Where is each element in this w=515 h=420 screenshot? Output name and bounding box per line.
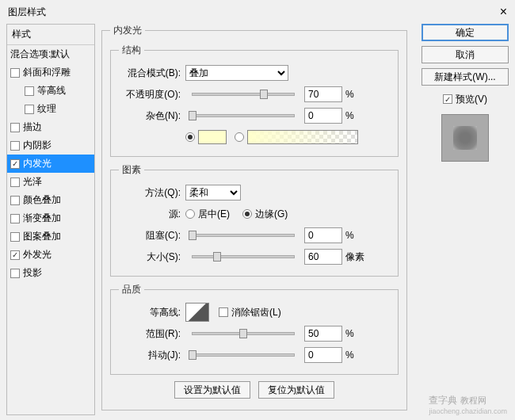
sidebar-checkbox-10[interactable] — [10, 250, 20, 260]
sidebar-label-7: 颜色叠加 — [23, 193, 61, 207]
opacity-label: 不透明度(O): — [119, 88, 181, 101]
set-default-button[interactable]: 设置为默认值 — [174, 381, 250, 399]
size-slider[interactable] — [192, 255, 295, 258]
sidebar-label-1: 等高线 — [37, 84, 66, 97]
source-edge-radio[interactable] — [242, 209, 252, 219]
sidebar-checkbox-1[interactable] — [25, 86, 34, 96]
gradient-swatch[interactable] — [247, 130, 358, 144]
sidebar-label-0: 斜面和浮雕 — [23, 66, 71, 79]
sidebar-label-9: 图案叠加 — [23, 230, 61, 243]
color-swatch[interactable] — [198, 130, 227, 144]
choke-label: 阻塞(C): — [119, 229, 181, 242]
range-label: 范围(R): — [119, 327, 181, 341]
sidebar-label-8: 渐变叠加 — [23, 212, 61, 225]
color-radio[interactable] — [185, 132, 195, 142]
preview-label: 预览(V) — [456, 93, 487, 106]
sidebar-checkbox-7[interactable] — [10, 196, 20, 205]
cancel-button[interactable]: 取消 — [422, 46, 509, 63]
sidebar-checkbox-11[interactable] — [10, 269, 20, 278]
sidebar-label-6: 光泽 — [23, 175, 42, 189]
ok-button[interactable]: 确定 — [422, 24, 509, 41]
blend-mode-label: 混合模式(B): — [119, 67, 181, 80]
group-structure: 结构 混合模式(B): 叠加 不透明度(O): 70 % 杂色(N): 0 % — [110, 44, 399, 157]
contour-picker[interactable] — [185, 303, 209, 322]
antialias-checkbox[interactable] — [219, 307, 228, 317]
sidebar-checkbox-8[interactable] — [10, 214, 20, 223]
preview-checkbox[interactable] — [443, 94, 452, 104]
sidebar-item-2[interactable]: 纹理 — [7, 100, 94, 118]
sidebar-item-1[interactable]: 等高线 — [7, 82, 94, 100]
contour-label: 等高线: — [119, 306, 181, 319]
sidebar-item-4[interactable]: 内阴影 — [7, 136, 94, 155]
sidebar-blend-default[interactable]: 混合选项:默认 — [7, 45, 94, 63]
opacity-slider[interactable] — [192, 93, 295, 96]
new-style-button[interactable]: 新建样式(W)... — [422, 68, 509, 86]
sidebar-label-10: 外发光 — [23, 248, 52, 262]
noise-slider[interactable] — [192, 114, 295, 117]
sidebar-item-10[interactable]: 外发光 — [7, 246, 94, 264]
sidebar-label-2: 纹理 — [37, 102, 56, 116]
watermark: 查字典 教程网 jiaocheng.chazidian.com — [429, 393, 507, 415]
sidebar-item-7[interactable]: 颜色叠加 — [7, 191, 94, 209]
group-quality: 品质 等高线: 消除锯齿(L) 范围(R): 50 % 抖动(J): — [110, 283, 399, 375]
sidebar-checkbox-0[interactable] — [10, 68, 20, 78]
sidebar-item-0[interactable]: 斜面和浮雕 — [7, 63, 94, 82]
gradient-radio[interactable] — [235, 132, 244, 142]
sidebar-item-5[interactable]: 内发光 — [7, 155, 94, 173]
size-input[interactable]: 60 — [304, 249, 342, 265]
reset-default-button[interactable]: 复位为默认值 — [258, 381, 334, 399]
range-slider[interactable] — [192, 332, 295, 335]
choke-slider[interactable] — [192, 234, 295, 237]
sidebar-item-6[interactable]: 光泽 — [7, 173, 94, 191]
group-elements: 图素 方法(Q): 柔和 源: 居中(E) 边缘(G) 阻塞(C): 0 — [110, 163, 399, 277]
source-center-radio[interactable] — [185, 209, 195, 219]
jitter-label: 抖动(J): — [119, 349, 181, 362]
panel-title: 内发光 — [110, 24, 145, 37]
sidebar-checkbox-4[interactable] — [10, 141, 20, 151]
panel-inner-glow: 内发光 结构 混合模式(B): 叠加 不透明度(O): 70 % 杂色(N): … — [101, 24, 407, 410]
method-label: 方法(Q): — [119, 186, 181, 200]
sidebar-label-3: 描边 — [23, 120, 42, 134]
jitter-input[interactable]: 0 — [304, 347, 342, 363]
range-input[interactable]: 50 — [304, 326, 342, 342]
sidebar-item-8[interactable]: 渐变叠加 — [7, 209, 94, 227]
close-icon[interactable]: × — [500, 5, 507, 19]
sidebar-item-3[interactable]: 描边 — [7, 118, 94, 136]
sidebar-checkbox-2[interactable] — [25, 105, 34, 114]
sidebar-label-4: 内阴影 — [23, 139, 52, 152]
sidebar-item-9[interactable]: 图案叠加 — [7, 227, 94, 246]
method-select[interactable]: 柔和 — [185, 185, 241, 200]
sidebar-checkbox-3[interactable] — [10, 123, 20, 132]
window-title: 图层样式 — [8, 6, 500, 19]
source-label: 源: — [119, 208, 181, 221]
styles-sidebar: 样式 混合选项:默认 斜面和浮雕等高线纹理描边内阴影内发光光泽颜色叠加渐变叠加图… — [6, 24, 95, 415]
sidebar-item-11[interactable]: 投影 — [7, 264, 94, 282]
sidebar-label-11: 投影 — [23, 266, 42, 280]
size-label: 大小(S): — [119, 250, 181, 264]
sidebar-label-5: 内发光 — [23, 157, 52, 170]
sidebar-checkbox-5[interactable] — [10, 159, 20, 169]
sidebar-checkbox-9[interactable] — [10, 232, 20, 242]
choke-input[interactable]: 0 — [304, 227, 342, 243]
preview-thumbnail — [441, 114, 489, 162]
noise-label: 杂色(N): — [119, 109, 181, 123]
sidebar-header: 样式 — [7, 25, 94, 45]
sidebar-checkbox-6[interactable] — [10, 178, 20, 187]
jitter-slider[interactable] — [192, 353, 295, 357]
blend-mode-select[interactable]: 叠加 — [185, 65, 288, 81]
opacity-input[interactable]: 70 — [304, 86, 342, 102]
noise-input[interactable]: 0 — [304, 108, 342, 124]
